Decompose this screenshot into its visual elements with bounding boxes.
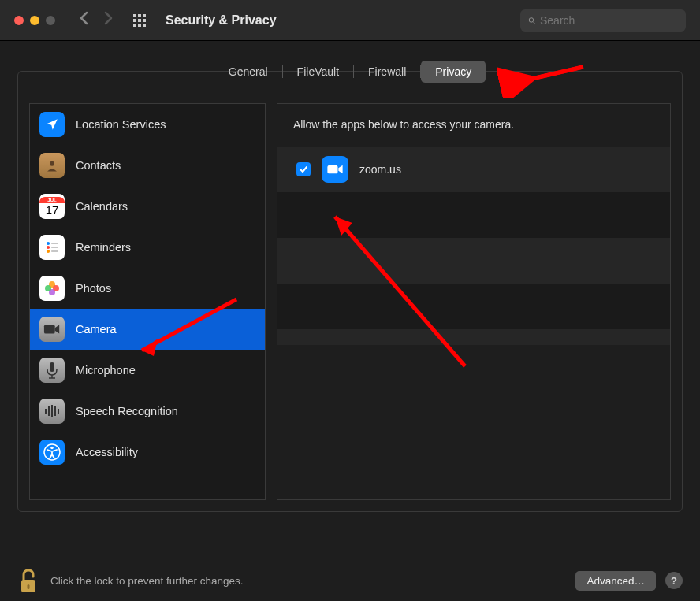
titlebar: Security & Privacy	[0, 0, 700, 41]
sidebar-item-accessibility[interactable]: Accessibility	[30, 432, 265, 473]
lock-button[interactable]	[17, 567, 39, 594]
search-input[interactable]	[540, 14, 678, 27]
sidebar-item-microphone[interactable]: Microphone	[30, 350, 265, 391]
app-row-zoom[interactable]: zoom.us	[277, 147, 670, 192]
sidebar-item-label: Photos	[76, 282, 111, 295]
sidebar-item-photos[interactable]: Photos	[30, 268, 265, 309]
zoom-app-icon	[322, 156, 348, 183]
preferences-panel: Location Services Contacts JUL 17 Calend…	[17, 71, 683, 512]
sidebar-item-label: Location Services	[76, 118, 166, 131]
sidebar-item-label: Microphone	[76, 364, 136, 377]
search-field[interactable]	[520, 9, 686, 32]
photos-icon	[39, 276, 65, 301]
sidebar-item-label: Speech Recognition	[76, 405, 178, 417]
tab-privacy[interactable]: Privacy	[421, 61, 486, 83]
search-icon	[528, 15, 535, 26]
help-button[interactable]: ?	[665, 572, 683, 589]
minimize-window-button[interactable]	[30, 16, 39, 25]
tab-general[interactable]: General	[214, 61, 282, 83]
svg-point-12	[45, 285, 51, 291]
app-list: zoom.us	[277, 147, 670, 345]
show-all-preferences-button[interactable]	[133, 14, 146, 27]
sidebar-item-contacts[interactable]: Contacts	[30, 145, 265, 186]
sidebar-item-speech-recognition[interactable]: Speech Recognition	[30, 391, 265, 432]
svg-rect-24	[327, 165, 337, 174]
advanced-button[interactable]: Advanced…	[575, 571, 656, 591]
svg-point-7	[47, 250, 50, 253]
svg-point-3	[47, 242, 50, 245]
app-checkbox[interactable]	[296, 162, 311, 176]
lock-description: Click the lock to prevent further change…	[50, 575, 575, 587]
app-permissions-panel: Allow the apps below to access your came…	[277, 103, 671, 500]
svg-rect-26	[28, 584, 30, 589]
permissions-heading: Allow the apps below to access your came…	[277, 118, 670, 147]
svg-rect-13	[44, 325, 55, 334]
app-row-empty	[277, 238, 670, 284]
reminders-icon	[39, 235, 65, 260]
microphone-icon	[39, 358, 65, 383]
sidebar-item-reminders[interactable]: Reminders	[30, 227, 265, 268]
zoom-window-button[interactable]	[46, 16, 55, 25]
accessibility-icon	[39, 440, 65, 465]
tab-filevault[interactable]: FileVault	[283, 61, 353, 83]
sidebar-item-camera[interactable]: Camera	[30, 309, 265, 350]
check-icon	[299, 165, 308, 174]
sidebar-item-label: Camera	[76, 323, 117, 336]
svg-point-23	[50, 447, 54, 450]
contacts-icon	[39, 153, 65, 178]
sidebar-item-location-services[interactable]: Location Services	[30, 104, 265, 145]
window-title: Security & Privacy	[166, 13, 277, 28]
camera-icon	[39, 317, 65, 342]
sidebar-item-label: Accessibility	[76, 446, 138, 458]
svg-rect-14	[50, 362, 54, 372]
calendar-icon: JUL 17	[39, 194, 65, 219]
forward-button[interactable]	[104, 11, 114, 29]
svg-point-2	[50, 161, 54, 166]
location-icon	[39, 112, 65, 137]
app-row-empty	[277, 192, 670, 238]
app-name-label: zoom.us	[359, 163, 401, 176]
back-button[interactable]	[79, 11, 88, 29]
svg-point-5	[47, 246, 50, 249]
svg-point-0	[529, 17, 534, 22]
svg-line-1	[533, 21, 534, 23]
sidebar-item-label: Reminders	[76, 241, 131, 254]
sidebar-item-label: Contacts	[76, 159, 121, 172]
footer: Click the lock to prevent further change…	[0, 560, 700, 601]
sidebar-item-label: Calendars	[76, 200, 128, 213]
sidebar-item-calendars[interactable]: JUL 17 Calendars	[30, 186, 265, 227]
tab-firewall[interactable]: Firewall	[354, 61, 420, 83]
traffic-lights	[14, 16, 55, 25]
nav-arrows	[79, 11, 114, 29]
speech-recognition-icon	[39, 399, 65, 424]
app-row-empty	[277, 329, 670, 345]
privacy-category-sidebar: Location Services Contacts JUL 17 Calend…	[29, 103, 266, 500]
tab-bar: General FileVault Firewall Privacy	[17, 61, 683, 83]
close-window-button[interactable]	[14, 16, 24, 25]
app-row-empty	[277, 284, 670, 329]
